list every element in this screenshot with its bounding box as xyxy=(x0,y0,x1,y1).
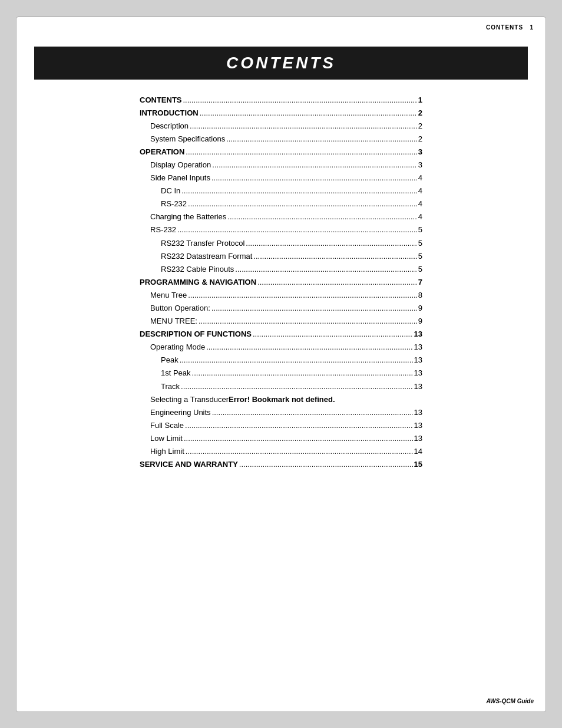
toc-label: Description xyxy=(150,120,189,133)
toc-page: 5 xyxy=(418,237,422,250)
toc-dots: ........................................… xyxy=(246,237,416,250)
toc-label: Selecting a TransducerError! Bookmark no… xyxy=(150,393,335,406)
toc-label: Button Operation: xyxy=(150,302,210,315)
toc-dots: ........................................… xyxy=(183,94,417,107)
toc-label: RS232 Transfer Protocol xyxy=(161,237,244,250)
toc-dots: ........................................… xyxy=(186,146,416,159)
toc-entry: RS232 Transfer Protocol ................… xyxy=(140,237,422,250)
toc-dots: ........................................… xyxy=(186,445,413,458)
header-section-label: CONTENTS xyxy=(486,24,523,31)
toc-entry: Button Operation: ......................… xyxy=(140,302,422,315)
toc-page: 9 xyxy=(418,315,422,328)
toc-entry: DESCRIPTION OF FUNCTIONS ...............… xyxy=(140,328,422,341)
toc-dots: ........................................… xyxy=(188,197,417,210)
toc-page: 5 xyxy=(418,263,422,276)
toc-label: DC In xyxy=(161,185,180,197)
toc-page: 3 xyxy=(418,159,422,172)
toc-entry: Full Scale .............................… xyxy=(140,419,422,432)
toc-dots: ........................................… xyxy=(257,276,417,289)
toc-label: Charging the Batteries xyxy=(150,210,226,223)
toc-label: PROGRAMMING & NAVIGATION xyxy=(140,276,256,289)
toc-dots: ........................................… xyxy=(181,380,413,393)
toc-page: 4 xyxy=(418,172,422,185)
toc-dots: ........................................… xyxy=(190,120,417,133)
toc-page: 5 xyxy=(418,223,422,236)
toc-label: INTRODUCTION xyxy=(140,107,199,120)
toc-entry: CONTENTS ...............................… xyxy=(140,94,422,107)
toc-label: Full Scale xyxy=(150,419,184,432)
toc-page: 8 xyxy=(418,289,422,302)
toc-page: 13 xyxy=(414,341,422,354)
toc-label: Operating Mode xyxy=(150,341,205,354)
toc-page: 1 xyxy=(418,94,422,107)
toc-entry: RS232 Datastream Format ................… xyxy=(140,250,422,263)
toc-label: Peak xyxy=(161,354,178,367)
toc-label: OPERATION xyxy=(140,146,184,159)
toc-dots: ........................................… xyxy=(181,185,417,197)
toc-label: RS-232 xyxy=(150,223,176,236)
toc-label: 1st Peak xyxy=(161,367,191,380)
toc-page: 15 xyxy=(414,458,422,471)
toc-page: 14 xyxy=(414,445,422,458)
toc-entry: INTRODUCTION ...........................… xyxy=(140,107,422,120)
page-title: CONTENTS xyxy=(46,54,516,73)
toc-dots: ........................................… xyxy=(235,263,416,276)
toc-entry: PROGRAMMING & NAVIGATION ...............… xyxy=(140,276,422,289)
table-of-contents: CONTENTS ...............................… xyxy=(140,94,422,472)
toc-entry: Selecting a TransducerError! Bookmark no… xyxy=(140,393,422,406)
toc-entry: Operating Mode .........................… xyxy=(140,341,422,354)
toc-entry: Side Panel Inputs ......................… xyxy=(140,172,422,185)
toc-entry: Low Limit ..............................… xyxy=(140,432,422,445)
toc-entry: System Specifications ..................… xyxy=(140,133,422,146)
toc-label: Track xyxy=(161,380,180,393)
toc-entry: 1st Peak ...............................… xyxy=(140,367,422,380)
toc-dots: ........................................… xyxy=(200,107,417,120)
toc-label: Side Panel Inputs xyxy=(150,172,210,185)
footer-guide-label: AWS-QCM Guide xyxy=(486,698,534,704)
toc-entry: DC In ..................................… xyxy=(140,185,422,197)
toc-label: SERVICE AND WARRANTY xyxy=(140,458,238,471)
toc-dots: ........................................… xyxy=(226,133,417,146)
title-banner: CONTENTS xyxy=(34,47,528,80)
toc-dots: ........................................… xyxy=(211,172,417,185)
toc-page: 2 xyxy=(418,120,422,133)
toc-page: 4 xyxy=(418,210,422,223)
toc-entry: RS-232 .................................… xyxy=(140,223,422,236)
error-bookmark: Error! Bookmark not defined. xyxy=(229,395,335,404)
toc-page: 9 xyxy=(418,302,422,315)
toc-dots: ........................................… xyxy=(188,289,417,302)
toc-entry: OPERATION ..............................… xyxy=(140,146,422,159)
page: CONTENTS 1 CONTENTS CONTENTS ...........… xyxy=(16,17,546,712)
toc-dots: ........................................… xyxy=(239,458,413,471)
toc-entry: Engineering Units ......................… xyxy=(140,406,422,419)
toc-entry: MENU TREE: .............................… xyxy=(140,315,422,328)
header-page-number: 1 xyxy=(530,24,534,31)
toc-page: 2 xyxy=(418,107,422,120)
toc-entry: Track ..................................… xyxy=(140,380,422,393)
toc-entry: RS-232 .................................… xyxy=(140,197,422,210)
toc-page: 13 xyxy=(414,367,422,380)
toc-label: Menu Tree xyxy=(150,289,187,302)
toc-page: 13 xyxy=(414,328,422,341)
toc-entry: Description ............................… xyxy=(140,120,422,133)
toc-label: Engineering Units xyxy=(150,406,211,419)
toc-entry: Menu Tree ..............................… xyxy=(140,289,422,302)
toc-label: DESCRIPTION OF FUNCTIONS xyxy=(140,328,252,341)
toc-page: 4 xyxy=(418,197,422,210)
toc-dots: ........................................… xyxy=(212,406,413,419)
toc-entry: Charging the Batteries .................… xyxy=(140,210,422,223)
toc-label: RS232 Cable Pinouts xyxy=(161,263,234,276)
toc-entry: Display Operation ......................… xyxy=(140,159,422,172)
toc-page: 13 xyxy=(414,432,422,445)
toc-dots: ........................................… xyxy=(199,315,417,328)
toc-dots: ........................................… xyxy=(206,341,412,354)
toc-label: System Specifications xyxy=(150,133,225,146)
toc-label: RS232 Datastream Format xyxy=(161,250,252,263)
toc-entry: High Limit .............................… xyxy=(140,445,422,458)
toc-dots: ........................................… xyxy=(253,250,416,263)
toc-entry: Peak ...................................… xyxy=(140,354,422,367)
toc-page: 4 xyxy=(418,185,422,197)
toc-label: CONTENTS xyxy=(140,94,182,107)
toc-entry: RS232 Cable Pinouts ....................… xyxy=(140,263,422,276)
toc-label: Display Operation xyxy=(150,159,211,172)
